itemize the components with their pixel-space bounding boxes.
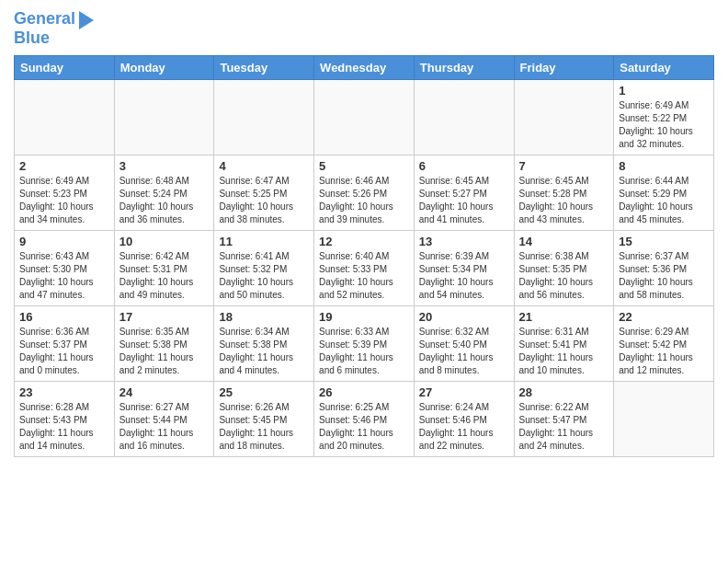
- col-header-wednesday: Wednesday: [314, 55, 415, 79]
- day-info: Sunrise: 6:45 AM Sunset: 5:28 PM Dayligh…: [519, 175, 609, 226]
- calendar-week-3: 9Sunrise: 6:43 AM Sunset: 5:30 PM Daylig…: [15, 230, 714, 305]
- day-info: Sunrise: 6:31 AM Sunset: 5:41 PM Dayligh…: [519, 326, 609, 377]
- day-info: Sunrise: 6:28 AM Sunset: 5:43 PM Dayligh…: [19, 401, 109, 453]
- calendar-cell: 5Sunrise: 6:46 AM Sunset: 5:26 PM Daylig…: [314, 155, 415, 230]
- calendar-cell: 17Sunrise: 6:35 AM Sunset: 5:38 PM Dayli…: [114, 305, 214, 381]
- day-number: 17: [119, 310, 210, 324]
- day-info: Sunrise: 6:24 AM Sunset: 5:46 PM Dayligh…: [419, 401, 509, 453]
- day-info: Sunrise: 6:34 AM Sunset: 5:38 PM Dayligh…: [219, 326, 309, 377]
- day-info: Sunrise: 6:39 AM Sunset: 5:34 PM Dayligh…: [419, 250, 509, 302]
- calendar-cell: 14Sunrise: 6:38 AM Sunset: 5:35 PM Dayli…: [514, 230, 614, 305]
- calendar-cell: 26Sunrise: 6:25 AM Sunset: 5:46 PM Dayli…: [314, 381, 415, 456]
- day-number: 6: [419, 159, 509, 173]
- logo-blue: Blue: [14, 29, 50, 47]
- calendar-cell: [214, 79, 314, 155]
- calendar-cell: 21Sunrise: 6:31 AM Sunset: 5:41 PM Dayli…: [514, 305, 614, 381]
- col-header-monday: Monday: [114, 55, 214, 79]
- day-number: 24: [119, 385, 210, 399]
- day-number: 2: [19, 159, 109, 173]
- calendar-cell: [614, 381, 714, 456]
- day-info: Sunrise: 6:38 AM Sunset: 5:35 PM Dayligh…: [519, 250, 609, 302]
- calendar: SundayMondayTuesdayWednesdayThursdayFrid…: [14, 55, 714, 457]
- calendar-cell: 23Sunrise: 6:28 AM Sunset: 5:43 PM Dayli…: [15, 381, 115, 456]
- day-info: Sunrise: 6:35 AM Sunset: 5:38 PM Dayligh…: [119, 326, 210, 377]
- calendar-cell: 1Sunrise: 6:49 AM Sunset: 5:22 PM Daylig…: [614, 79, 714, 155]
- day-number: 26: [319, 385, 409, 399]
- day-number: 8: [619, 159, 709, 173]
- day-number: 7: [519, 159, 609, 173]
- header: General Blue: [14, 9, 714, 48]
- day-info: Sunrise: 6:49 AM Sunset: 5:23 PM Dayligh…: [19, 175, 109, 226]
- calendar-cell: 27Sunrise: 6:24 AM Sunset: 5:46 PM Dayli…: [414, 381, 514, 456]
- day-number: 4: [219, 159, 309, 173]
- calendar-cell: 4Sunrise: 6:47 AM Sunset: 5:25 PM Daylig…: [214, 155, 314, 230]
- calendar-week-5: 23Sunrise: 6:28 AM Sunset: 5:43 PM Dayli…: [15, 381, 714, 456]
- day-number: 18: [219, 310, 309, 324]
- day-info: Sunrise: 6:45 AM Sunset: 5:27 PM Dayligh…: [419, 175, 509, 226]
- calendar-cell: 15Sunrise: 6:37 AM Sunset: 5:36 PM Dayli…: [614, 230, 714, 305]
- day-info: Sunrise: 6:26 AM Sunset: 5:45 PM Dayligh…: [219, 401, 309, 453]
- day-info: Sunrise: 6:33 AM Sunset: 5:39 PM Dayligh…: [319, 326, 409, 377]
- calendar-cell: 22Sunrise: 6:29 AM Sunset: 5:42 PM Dayli…: [614, 305, 714, 381]
- calendar-cell: [15, 79, 115, 155]
- day-info: Sunrise: 6:36 AM Sunset: 5:37 PM Dayligh…: [19, 326, 109, 377]
- col-header-tuesday: Tuesday: [214, 55, 314, 79]
- calendar-cell: 9Sunrise: 6:43 AM Sunset: 5:30 PM Daylig…: [15, 230, 115, 305]
- day-number: 12: [319, 235, 409, 248]
- calendar-cell: 19Sunrise: 6:33 AM Sunset: 5:39 PM Dayli…: [314, 305, 415, 381]
- day-number: 10: [119, 235, 210, 248]
- page: General Blue SundayMondayTuesdayWednesda…: [0, 0, 728, 466]
- day-number: 5: [319, 159, 409, 173]
- day-info: Sunrise: 6:37 AM Sunset: 5:36 PM Dayligh…: [619, 250, 709, 302]
- calendar-cell: [314, 79, 415, 155]
- day-info: Sunrise: 6:29 AM Sunset: 5:42 PM Dayligh…: [619, 326, 709, 377]
- calendar-cell: 13Sunrise: 6:39 AM Sunset: 5:34 PM Dayli…: [414, 230, 514, 305]
- day-info: Sunrise: 6:46 AM Sunset: 5:26 PM Dayligh…: [319, 175, 409, 226]
- day-info: Sunrise: 6:48 AM Sunset: 5:24 PM Dayligh…: [119, 175, 210, 226]
- day-info: Sunrise: 6:25 AM Sunset: 5:46 PM Dayligh…: [319, 401, 409, 453]
- day-info: Sunrise: 6:43 AM Sunset: 5:30 PM Dayligh…: [19, 250, 109, 302]
- calendar-cell: 2Sunrise: 6:49 AM Sunset: 5:23 PM Daylig…: [15, 155, 115, 230]
- day-number: 22: [619, 310, 709, 324]
- day-info: Sunrise: 6:47 AM Sunset: 5:25 PM Dayligh…: [219, 175, 309, 226]
- calendar-cell: 16Sunrise: 6:36 AM Sunset: 5:37 PM Dayli…: [15, 305, 115, 381]
- day-info: Sunrise: 6:27 AM Sunset: 5:44 PM Dayligh…: [119, 401, 210, 453]
- day-info: Sunrise: 6:32 AM Sunset: 5:40 PM Dayligh…: [419, 326, 509, 377]
- day-number: 27: [419, 385, 509, 399]
- day-info: Sunrise: 6:22 AM Sunset: 5:47 PM Dayligh…: [519, 401, 609, 453]
- logo-text: General: [14, 10, 75, 29]
- day-number: 9: [19, 235, 109, 248]
- day-number: 14: [519, 235, 609, 248]
- day-number: 20: [419, 310, 509, 324]
- day-number: 25: [219, 385, 309, 399]
- calendar-cell: 11Sunrise: 6:41 AM Sunset: 5:32 PM Dayli…: [214, 230, 314, 305]
- calendar-cell: 10Sunrise: 6:42 AM Sunset: 5:31 PM Dayli…: [114, 230, 214, 305]
- calendar-cell: 25Sunrise: 6:26 AM Sunset: 5:45 PM Dayli…: [214, 381, 314, 456]
- day-info: Sunrise: 6:41 AM Sunset: 5:32 PM Dayligh…: [219, 250, 309, 302]
- col-header-sunday: Sunday: [15, 55, 115, 79]
- day-number: 23: [19, 385, 109, 399]
- day-number: 19: [319, 310, 409, 324]
- calendar-header-row: SundayMondayTuesdayWednesdayThursdayFrid…: [15, 55, 714, 79]
- day-number: 15: [619, 235, 709, 248]
- day-info: Sunrise: 6:40 AM Sunset: 5:33 PM Dayligh…: [319, 250, 409, 302]
- calendar-cell: [414, 79, 514, 155]
- calendar-cell: 28Sunrise: 6:22 AM Sunset: 5:47 PM Dayli…: [514, 381, 614, 456]
- calendar-cell: [114, 79, 214, 155]
- calendar-cell: 18Sunrise: 6:34 AM Sunset: 5:38 PM Dayli…: [214, 305, 314, 381]
- day-number: 21: [519, 310, 609, 324]
- calendar-week-2: 2Sunrise: 6:49 AM Sunset: 5:23 PM Daylig…: [15, 155, 714, 230]
- calendar-cell: 3Sunrise: 6:48 AM Sunset: 5:24 PM Daylig…: [114, 155, 214, 230]
- calendar-cell: 12Sunrise: 6:40 AM Sunset: 5:33 PM Dayli…: [314, 230, 415, 305]
- day-number: 28: [519, 385, 609, 399]
- day-info: Sunrise: 6:44 AM Sunset: 5:29 PM Dayligh…: [619, 175, 709, 226]
- calendar-week-4: 16Sunrise: 6:36 AM Sunset: 5:37 PM Dayli…: [15, 305, 714, 381]
- day-number: 16: [19, 310, 109, 324]
- day-number: 13: [419, 235, 509, 248]
- calendar-cell: 8Sunrise: 6:44 AM Sunset: 5:29 PM Daylig…: [614, 155, 714, 230]
- logo: General Blue: [14, 9, 94, 48]
- day-info: Sunrise: 6:49 AM Sunset: 5:22 PM Dayligh…: [619, 99, 709, 151]
- calendar-cell: 7Sunrise: 6:45 AM Sunset: 5:28 PM Daylig…: [514, 155, 614, 230]
- col-header-saturday: Saturday: [614, 55, 714, 79]
- day-number: 3: [119, 159, 210, 173]
